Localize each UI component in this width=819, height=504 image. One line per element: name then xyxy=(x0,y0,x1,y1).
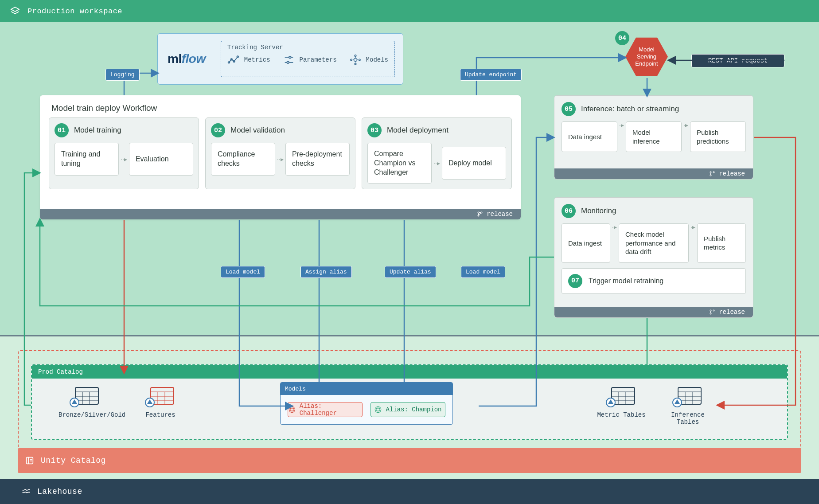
svg-point-29 xyxy=(289,408,295,411)
mlflow-box: mlflow Tracking Server Metrics Parameter… xyxy=(157,33,403,85)
tracking-title: Tracking Server xyxy=(227,44,388,51)
layers-icon xyxy=(10,6,20,16)
release-bar: release xyxy=(554,307,753,317)
svg-point-32 xyxy=(375,408,382,411)
label-logging: Logging xyxy=(105,69,140,81)
unity-catalog-bar: Unity Catalog xyxy=(18,448,801,473)
models-box: Models Alias: Challenger Alias: Champion xyxy=(280,382,453,425)
book-icon xyxy=(25,456,35,465)
card-monitoring: 06 Monitoring Data ingest ·▸ Check model… xyxy=(554,197,753,318)
arrow-icon: ·▸ xyxy=(612,223,617,263)
branch-icon xyxy=(709,171,715,177)
label-assign-alias: Assign alias xyxy=(300,266,352,278)
sphere-icon xyxy=(374,406,382,414)
table-icon xyxy=(605,385,637,408)
catalog-bronze: Bronze/Silver/Gold xyxy=(58,385,112,418)
svg-point-13 xyxy=(481,212,482,213)
table-icon xyxy=(69,385,101,408)
release-bar: release xyxy=(40,209,521,219)
svg-point-10 xyxy=(359,59,360,61)
catalog-features: Features xyxy=(134,385,187,418)
svg-point-5 xyxy=(287,62,289,64)
trigger-retraining: 07 Trigger model retraining xyxy=(562,268,746,294)
svg-point-33 xyxy=(377,406,379,413)
step-compliance: Compliance checks xyxy=(211,143,275,176)
step-deploy: Deploy model xyxy=(442,147,506,180)
unity-title: Unity Catalog xyxy=(41,456,106,465)
step-data-ingest: Data ingest xyxy=(562,121,617,152)
catalog-metric-tables: Metric Tables xyxy=(595,385,648,418)
serving-label: Model Serving Endpoint xyxy=(635,46,658,68)
step-predeploy: Pre-deployment checks xyxy=(285,143,350,176)
label-update-endpoint: Update endpoint xyxy=(460,69,522,81)
badge-03: 03 xyxy=(367,123,382,137)
svg-point-14 xyxy=(710,172,711,173)
card-inference: 05 Inference: batch or streaming Data in… xyxy=(554,95,753,180)
step-model-inference: Model inference xyxy=(626,121,682,152)
arrow-icon: ·▸ xyxy=(683,121,688,152)
badge-06: 06 xyxy=(562,204,576,218)
branch-icon xyxy=(709,309,715,315)
catalog-inference-tables: Inference Tables xyxy=(661,385,714,426)
prod-catalog-title: Prod Catalog xyxy=(32,365,787,379)
svg-point-9 xyxy=(350,59,352,61)
trigger-label: Trigger model retraining xyxy=(589,277,663,285)
svg-rect-34 xyxy=(27,457,33,464)
topbar-title: Production workspace xyxy=(27,7,122,16)
card06-title: Monitoring xyxy=(581,207,616,215)
svg-point-18 xyxy=(710,313,711,314)
lakehouse-title: Lakehouse xyxy=(37,487,82,496)
lakehouse-bar: Lakehouse xyxy=(0,479,819,504)
branch-icon xyxy=(477,211,483,217)
stage-title: Model validation xyxy=(230,126,285,135)
svg-point-7 xyxy=(355,55,356,57)
arrow-icon: ·▸ xyxy=(690,223,695,263)
step-data-ingest: Data ingest xyxy=(562,223,610,263)
stage-model-validation: 02 Model validation Compliance checks ··… xyxy=(205,117,355,189)
stage-title: Model training xyxy=(74,126,121,135)
svg-point-16 xyxy=(713,172,714,173)
alias-challenger: Alias: Challenger xyxy=(288,402,363,417)
label-load-model-l: Load model xyxy=(221,266,265,278)
badge-07: 07 xyxy=(568,274,582,288)
step-evaluation: Evaluation xyxy=(129,143,193,176)
step-check-drift: Check model performance and data drift xyxy=(619,223,689,263)
sphere-icon xyxy=(288,406,296,414)
badge-04: 04 xyxy=(615,31,629,45)
zone-divider xyxy=(0,335,819,336)
metrics-icon xyxy=(227,54,240,66)
stage-model-deployment: 03 Model deployment Compare Champion vs … xyxy=(362,117,512,189)
svg-point-4 xyxy=(289,56,291,59)
card05-title: Inference: batch or streaming xyxy=(581,105,679,113)
badge-05: 05 xyxy=(562,102,576,116)
step-training-tuning: Training and tuning xyxy=(55,143,119,176)
mlflow-logo: mlflow xyxy=(168,52,216,66)
step-publish-predictions: Publish predictions xyxy=(690,121,746,152)
step-publish-metrics: Publish metrics xyxy=(697,223,746,263)
prod-catalog: Prod Catalog Bronze/Silver/Gold Features… xyxy=(31,364,788,440)
svg-point-6 xyxy=(354,59,357,62)
svg-point-8 xyxy=(355,63,356,65)
stage-title: Model deployment xyxy=(387,126,448,135)
arrow-icon: ··▸ xyxy=(277,156,284,163)
stage-model-training: 01 Model training Training and tuning ··… xyxy=(49,117,199,189)
rest-api-label: REST API request xyxy=(691,54,784,67)
workflow-title: Model train deploy Workflow xyxy=(40,95,521,117)
models-title: Models xyxy=(281,383,452,395)
svg-point-28 xyxy=(289,406,295,412)
track-metrics: Metrics xyxy=(227,54,270,66)
track-models: Models xyxy=(349,54,388,66)
label-update-alias: Update alias xyxy=(385,266,436,278)
label-load-model-r: Load model xyxy=(461,266,505,278)
svg-point-11 xyxy=(478,212,479,213)
arrow-icon: ··▸ xyxy=(433,160,440,167)
track-parameters: Parameters xyxy=(283,54,337,66)
svg-point-31 xyxy=(375,406,382,413)
badge-01: 01 xyxy=(55,123,69,137)
models-icon xyxy=(349,54,362,66)
serving-endpoint: Model Serving Endpoint xyxy=(625,35,668,78)
alias-champion: Alias: Champion xyxy=(370,402,445,417)
svg-point-15 xyxy=(710,175,711,176)
waves-icon xyxy=(21,487,31,496)
svg-point-30 xyxy=(291,406,293,412)
